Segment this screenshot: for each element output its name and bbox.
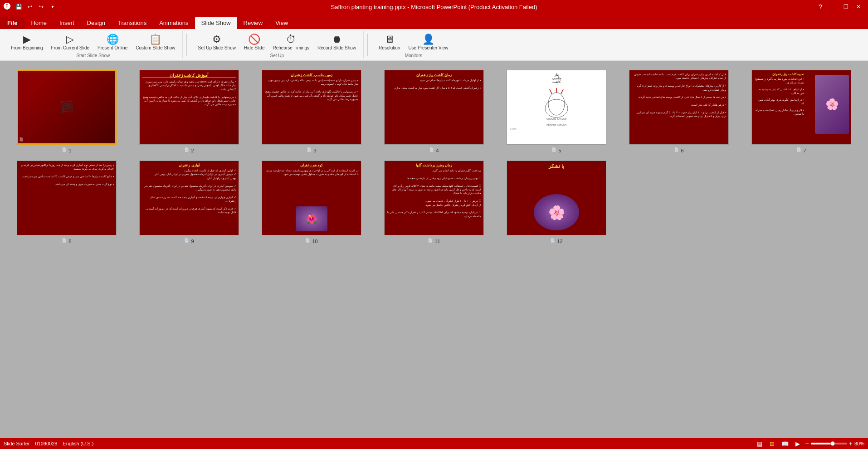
slide-1-icon: 📄	[62, 147, 67, 152]
customize-quick-btn[interactable]: ▼	[48, 2, 58, 12]
review-tab[interactable]: Review	[237, 17, 269, 29]
ribbon-content: ▶ From Beginning ▷ From Current Slide 🌐 …	[0, 29, 868, 61]
redo-quick-btn[interactable]: ↪	[36, 2, 46, 12]
quick-access-toolbar: 🅟 💾 ↩ ↪ ▼	[4, 2, 58, 12]
start-slideshow-group: ▶ From Beginning ▷ From Current Slide 🌐 …	[4, 31, 183, 59]
slide-thumbnail-12[interactable]: با تشکر 🌸	[507, 161, 606, 235]
zoom-in-btn[interactable]: +	[849, 440, 853, 447]
close-button[interactable]: ✕	[853, 2, 864, 12]
slide-thumbnail-6[interactable]: قبل از آماده کردن پیاز زعفران برای کاشت …	[629, 70, 729, 145]
slide-10-flower-emoji: 🌺	[306, 214, 317, 224]
minimize-button[interactable]: ─	[827, 2, 839, 12]
from-beginning-btn[interactable]: ▶ From Beginning	[7, 32, 47, 52]
slide-8-number: 8	[68, 239, 71, 244]
slide-sorter-btn[interactable]: ⊞	[767, 439, 777, 448]
status-right: ▤ ⊞ 📖 ▶ − + 80%	[755, 439, 864, 448]
slide-12-icon: 📄	[550, 238, 555, 243]
slide-2-number-row: 📄 2	[184, 146, 194, 153]
from-current-icon: ▷	[66, 34, 74, 45]
slide-7-icon: 📄	[796, 147, 801, 152]
help-button[interactable]: ?	[815, 2, 825, 12]
insert-tab[interactable]: Insert	[53, 17, 81, 29]
slide-7-title: نحوه کاشت پیاز زعفران	[754, 73, 804, 76]
slideshow-tab[interactable]: Slide Show	[195, 17, 237, 29]
slide-12-number: 12	[557, 239, 562, 244]
animations-tab[interactable]: Animations	[153, 17, 195, 29]
slide-8-number-row: 📄 8	[62, 237, 71, 244]
setup-show-label: Set Up Slide Show	[198, 45, 235, 50]
design-tab[interactable]: Design	[81, 17, 112, 29]
language-status: English (U.S.)	[63, 441, 93, 446]
slide-11-title: زمان وطرز برداشت گلها	[387, 163, 481, 167]
title-bar: 🅟 💾 ↩ ↪ ▼ Saffron planting training.pptx…	[0, 0, 868, 14]
slide-10-flower-image: 🌺	[296, 206, 327, 231]
record-btn[interactable]: ⏺ Record Slide Show	[314, 32, 360, 52]
undo-quick-btn[interactable]: ↩	[25, 2, 35, 12]
slides-grid: ﷽ 📄 📄 1 آموزش کاشت زعفران • پیاز زعفران …	[5, 65, 863, 249]
normal-view-btn[interactable]: ▤	[755, 439, 765, 448]
reading-view-btn[interactable]: 📖	[780, 439, 790, 448]
slide-thumbnail-4[interactable]: زمان کاشت پیاز زعفران • از اوایل مرداد ت…	[384, 70, 484, 145]
slide-thumbnail-3[interactable]: زمین مناسب کاشت زعفران • پیاز زعفران دار…	[262, 70, 361, 145]
slide-1-number-row: 📄 1	[62, 146, 71, 153]
rehearse-btn[interactable]: ⏱ Rehearse Timings	[269, 32, 313, 52]
window-controls: ─ ❐ ✕	[827, 2, 864, 12]
slide-5-diagram: CROCUS SATIVUS	[510, 86, 603, 122]
slide-thumbnail-9[interactable]: آبیاری زعفران ✓ اولین آبیاری که قبل از ک…	[139, 161, 239, 235]
slideshow-view-btn[interactable]: ▶	[793, 439, 803, 448]
slide-5-source: d.cnr.ir	[510, 127, 603, 130]
hide-slide-label: Hide Slide	[244, 45, 265, 50]
hide-slide-btn[interactable]: 🚫 Hide Slide	[240, 32, 268, 52]
slide-4-number: 4	[436, 148, 439, 153]
slide-2-content: • پیاز زعفران دارای غده (corm) می باشد و…	[142, 80, 236, 107]
slide-3-content: • پیاز زعفران دارای غده (corm) می باشد و…	[265, 78, 358, 101]
slide-5-latin: CROCUS SATIVUS	[510, 124, 603, 127]
slide-3-icon: 📄	[307, 147, 312, 152]
zoom-out-btn[interactable]: −	[805, 440, 809, 447]
slide-thumbnail-11[interactable]: زمان وطرز برداشت گلها برداشت گل زعفران ر…	[384, 161, 484, 235]
transitions-tab[interactable]: Transitions	[112, 17, 153, 29]
status-left: Slide Sorter 01090028 English (U.S.)	[4, 441, 93, 446]
save-quick-btn[interactable]: 💾	[14, 2, 24, 12]
from-current-btn[interactable]: ▷ From Current Slide	[48, 32, 93, 52]
slide-10-icon: 📄	[305, 238, 310, 243]
window-title: Saffron planting training.pptx - Microso…	[0, 4, 868, 10]
slide-thumbnail-2[interactable]: آموزش کاشت زعفران • پیاز زعفران دارای غد…	[139, 70, 239, 145]
view-tab[interactable]: View	[269, 17, 294, 29]
slide-1-calligraphy: ﷽	[60, 100, 73, 115]
slide-thumbnail-1[interactable]: ﷽ 📄	[17, 70, 117, 145]
slide-thumbnail-7[interactable]: نحوه کاشت پیاز زعفران • این اقدامات مورد…	[751, 70, 851, 145]
zoom-slider[interactable]	[811, 443, 847, 444]
monitors-group: 🖥 Resolution 👤 Use Presenter View Monito…	[371, 31, 456, 59]
slide-wrapper-5: پیازمناسبکاشت CROCUS SATIVUS CROCUS SATI…	[499, 70, 614, 153]
slide-10-title: کود هم زعفران	[264, 163, 359, 167]
file-tab[interactable]: File	[0, 17, 24, 29]
ribbon: File Home Insert Design Transitions Anim…	[0, 14, 868, 61]
home-tab[interactable]: Home	[24, 17, 53, 29]
slide-thumbnail-5[interactable]: پیازمناسبکاشت CROCUS SATIVUS CROCUS SATI…	[507, 70, 606, 145]
slide-2-number: 2	[191, 148, 194, 153]
svg-line-3	[550, 89, 552, 94]
view-mode-label: Slide Sorter	[4, 441, 29, 446]
slide-2-title: آموزش کاشت زعفران	[142, 73, 236, 78]
svg-point-1	[548, 93, 565, 115]
restore-button[interactable]: ❐	[840, 2, 852, 12]
rehearse-label: Rehearse Timings	[273, 45, 309, 50]
slide-wrapper-7: نحوه کاشت پیاز زعفران • این اقدامات مورد…	[744, 70, 859, 153]
slide-thumbnail-10[interactable]: کود هم زعفران در ادرمه استفاده از کود آل…	[262, 161, 361, 235]
slide-wrapper-8: • زمین را بعد از شخم دوم آبیاری کرده وبع…	[9, 161, 124, 244]
slide-12-number-row: 📄 12	[550, 237, 562, 244]
start-slideshow-label: Start Slide Show	[76, 53, 110, 58]
slide-wrapper-2: آموزش کاشت زعفران • پیاز زعفران دارای غد…	[132, 70, 247, 153]
presenter-view-btn[interactable]: 👤 Use Presenter View	[405, 32, 452, 52]
slide-3-number: 3	[313, 148, 316, 153]
resolution-btn[interactable]: 🖥 Resolution	[375, 32, 404, 52]
setup-show-btn[interactable]: ⚙ Set Up Slide Show	[194, 32, 239, 52]
resolution-label: Resolution	[379, 45, 400, 50]
slide-8-icon: 📄	[62, 238, 67, 243]
present-online-btn[interactable]: 🌐 Present Online	[94, 32, 131, 52]
slide-7-content: • این اقدامات مورد نظر می گیرد را تسطیح …	[754, 78, 804, 116]
slide-5-number: 5	[558, 148, 561, 153]
custom-show-btn[interactable]: 📋 Custom Slide Show	[132, 32, 179, 52]
slide-thumbnail-8[interactable]: • زمین را بعد از شخم دوم آبیاری کرده وبع…	[17, 161, 117, 235]
